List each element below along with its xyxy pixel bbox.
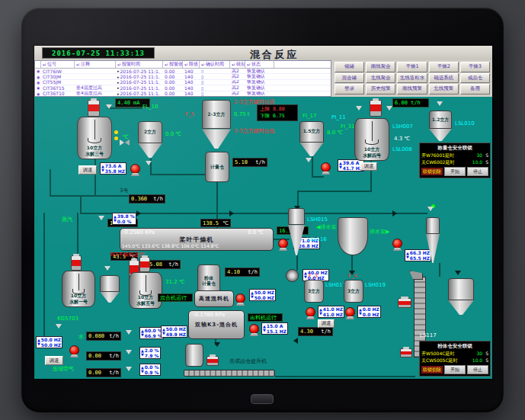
column-header[interactable]: ↵确认时间 (200, 61, 230, 68)
hopper-shape[interactable]: 1.2立方 (429, 111, 452, 141)
drive-value: 50.0 HZ (166, 326, 186, 332)
valvev-shape[interactable] (126, 367, 133, 377)
pump-shape[interactable] (278, 239, 288, 248)
valvev-shape[interactable] (56, 324, 62, 334)
motor-shape[interactable] (206, 356, 219, 366)
nav-button-1-0[interactable]: 混合罐 (335, 73, 364, 84)
speed-button[interactable]: 调速 (318, 319, 335, 328)
pump-shape[interactable] (249, 324, 259, 334)
hopper-shape[interactable] (100, 275, 120, 303)
alarm-row[interactable]: ◉CIT36T15釜4温度过高▸2016-07-25 11:1.0.00140▯… (35, 85, 331, 91)
interlock-start-button[interactable]: 开始 (444, 365, 466, 374)
alarm-row[interactable]: ◉CIT36T10釜4温度过高▸2016-07-25 11:1.0.00140▯… (35, 91, 331, 97)
cyl-shape[interactable]: 3立方 (344, 280, 363, 303)
hopper-cone (429, 129, 452, 141)
valvev-shape[interactable] (306, 158, 312, 168)
speed-button[interactable]: 调速 (360, 162, 377, 171)
freq-shape: ▲▼0.0 HZ0.0 HZ (357, 306, 381, 318)
belt-conveyor[interactable] (184, 370, 275, 377)
tag-shape: FL_10 (142, 104, 158, 111)
valvev-shape[interactable] (126, 350, 133, 360)
drain-water-tank[interactable] (338, 217, 368, 255)
column-header[interactable]: ↵位号 (41, 61, 75, 68)
water-pump[interactable] (69, 345, 79, 355)
nav-button-0-3[interactable]: 干燥2 (429, 62, 459, 72)
hydrolysis-tank-4[interactable]: 10立方 水解四号 (354, 118, 389, 161)
nav-button-0-4[interactable]: 干燥3 (460, 62, 490, 72)
nav-button-2-4[interactable]: 备用 (460, 84, 490, 95)
motor-shape[interactable] (398, 298, 411, 308)
nav-button-0-0[interactable]: 储罐 (335, 62, 364, 72)
cyclone-2[interactable] (426, 217, 440, 263)
hydrolysis-tank-5[interactable]: 10立方 水解五号 (129, 272, 162, 309)
cyclone-1[interactable] (288, 208, 305, 255)
alarm-confirm: ▯ (200, 91, 230, 96)
equipment-label: 粉体 计量仓 (202, 275, 216, 287)
valvev-shape[interactable] (356, 106, 363, 116)
interlock-stop-button[interactable]: 停止 (467, 365, 488, 374)
hydrolysis-tank-1[interactable]: 10立方 水解一号 (62, 271, 95, 307)
alarm-row[interactable]: ◉CIT55JM▸2016-07-25 11:1.0.00140▯高2恢复确认 (35, 80, 331, 85)
metering-bin[interactable]: 计量仓 (205, 152, 229, 182)
motor-shape[interactable] (139, 257, 150, 272)
drive-value: 0.0 HZ (363, 312, 379, 317)
hopper-2m3[interactable]: 2立方 (138, 121, 162, 158)
home-button[interactable] (251, 394, 274, 404)
column-header[interactable]: ↵报警时间 (116, 61, 163, 68)
tag-shape: 8.0 ℃ (327, 130, 343, 136)
drive-values: 73.6 A35.8 HZ (105, 163, 125, 174)
valveh-shape[interactable] (120, 139, 130, 146)
nav-button-1-3[interactable]: 磁选系统 (429, 73, 459, 84)
title-bar: 2016-07-25 11:33:13 混合反应 (34, 46, 492, 60)
pump-shape[interactable] (235, 293, 245, 303)
valvev-shape[interactable] (98, 216, 105, 226)
cyl-shape[interactable]: 3立方 (304, 280, 324, 303)
alarm-time: ▸2016-07-25 11:1. (116, 80, 163, 85)
cyl-shape[interactable] (185, 344, 203, 367)
agitator-motor-1[interactable] (88, 100, 100, 117)
agitator-motor-2[interactable] (370, 100, 382, 117)
pump-shape[interactable] (345, 307, 355, 317)
nav-button-1-4[interactable]: 成品仓 (460, 73, 490, 84)
column-header[interactable]: ↵限值 (183, 61, 200, 68)
interlock-start-button[interactable]: 开始 (444, 167, 466, 176)
hydrolysis-tank-3[interactable]: 10立方 水解三号 (77, 117, 112, 159)
valvev-shape[interactable] (146, 161, 152, 171)
nav-button-1-2[interactable]: 北线造粒水 (397, 73, 427, 84)
alarm-bell-icon: ◉ (37, 75, 40, 79)
column-header[interactable]: ↵状态 (245, 61, 274, 68)
finished-product-hopper[interactable] (448, 278, 474, 315)
exhaust-fan[interactable] (286, 269, 299, 282)
sort-icon: ↵ (165, 62, 168, 67)
speed-button[interactable]: 调速 (78, 165, 97, 175)
nav-button-2-2[interactable]: 南线预警 (397, 84, 427, 95)
drive-value: 35.8 HZ (105, 168, 125, 174)
nav-button-2-3[interactable]: 北线预警 (429, 84, 459, 95)
motor-shape[interactable] (400, 348, 412, 357)
hopper-1-5m3[interactable]: 1.5立方 (299, 121, 324, 156)
nav-button-2-1[interactable]: 历史报警 (366, 84, 395, 95)
pump-shape[interactable] (306, 307, 315, 317)
valvev-shape[interactable] (106, 104, 113, 114)
drain-pump[interactable] (392, 239, 402, 248)
high-speed-mixer[interactable]: 高速混料机 (194, 290, 234, 307)
valvev-shape[interactable] (427, 207, 434, 216)
hopper-2-3m3[interactable]: 2-3立方 (202, 100, 231, 149)
speed-button[interactable]: 调速 (45, 356, 63, 365)
alarm-bell-icon: ◉ (37, 85, 40, 90)
pump-3[interactable] (130, 164, 140, 174)
pen-icon: ▸ (117, 80, 120, 85)
alarm-row[interactable]: ◉CIT76JW▸2016-07-25 11:1.0.00140▯高2恢复确认 (35, 69, 331, 74)
column-header[interactable]: ↵注释 (75, 61, 116, 68)
nav-button-0-1[interactable]: 南线聚合 (366, 62, 395, 72)
valvev-shape[interactable] (126, 330, 133, 340)
interlock-stop-button[interactable]: 停止 (467, 167, 488, 176)
alarm-row[interactable]: ◉CIT30JM▸2016-07-25 11:1.0.00140▯高2恢复确认 (35, 74, 331, 79)
nav-button-2-0[interactable]: 登录 (335, 84, 364, 95)
motor-shape[interactable] (71, 255, 82, 271)
dosing-pump[interactable] (321, 162, 331, 172)
nav-button-0-2[interactable]: 干燥1 (397, 62, 427, 72)
column-header[interactable]: ↵报警值 (163, 61, 183, 68)
column-header[interactable]: ↵级别 (230, 61, 245, 68)
nav-button-1-1[interactable]: 北线聚合 (366, 73, 395, 84)
